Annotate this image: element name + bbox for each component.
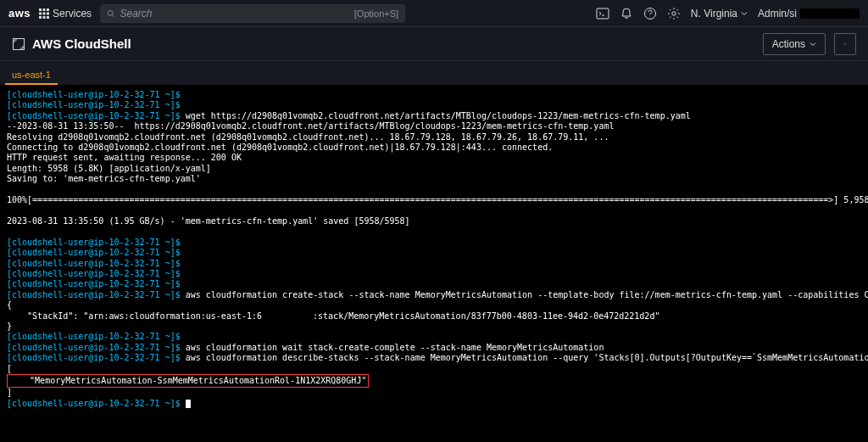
prompt: [cloudshell-user@ip-10-2-32-71 ~]$	[7, 353, 181, 362]
account-menu[interactable]: Admin/si	[758, 8, 860, 20]
svg-rect-3	[39, 12, 42, 14]
highlighted-output: "MemoryMetricsAutomation-SsmMemMetricsAu…	[7, 374, 369, 388]
svg-rect-6	[39, 16, 42, 19]
prompt: [cloudshell-user@ip-10-2-32-71 ~]$	[7, 100, 181, 109]
cmd-line: aws cloudformation describe-stacks --sta…	[181, 353, 868, 362]
svg-rect-8	[47, 16, 49, 19]
search-input[interactable]	[120, 8, 349, 20]
out-line: }	[7, 322, 12, 331]
services-label: Services	[53, 8, 92, 20]
svg-rect-5	[47, 12, 49, 14]
cmd-line	[181, 238, 186, 247]
shortcut-hint: [Option+S]	[354, 8, 398, 19]
cmd-line	[181, 279, 186, 288]
svg-rect-0	[39, 8, 42, 11]
svg-rect-11	[597, 8, 609, 19]
grid-icon	[39, 8, 49, 19]
prompt: [cloudshell-user@ip-10-2-32-71 ~]$	[7, 90, 181, 99]
chevron-down-icon	[810, 41, 816, 48]
prompt: [cloudshell-user@ip-10-2-32-71 ~]$	[7, 259, 181, 268]
tab-us-east-1[interactable]: us-east-1	[5, 65, 58, 85]
svg-point-15	[844, 43, 845, 44]
cmd-line	[181, 269, 186, 278]
region-label: N. Virginia	[691, 8, 737, 20]
out-line: "StackId": "arn:aws:cloudformation:us-ea…	[7, 311, 262, 321]
cmd-line	[181, 332, 186, 341]
prompt: [cloudshell-user@ip-10-2-32-71 ~]$	[7, 290, 181, 299]
search-box[interactable]: [Option+S]	[100, 4, 405, 23]
topnav-right: N. Virginia Admin/si	[596, 7, 860, 20]
expand-icon[interactable]	[12, 37, 25, 51]
out-line: Connecting to d2908q01vomqb2.cloudfront.…	[7, 143, 553, 152]
account-prefix: Admin/si	[758, 8, 797, 20]
prompt: [cloudshell-user@ip-10-2-32-71 ~]$	[7, 238, 181, 247]
prompt: [cloudshell-user@ip-10-2-32-71 ~]$	[7, 269, 181, 278]
cmd-line: wget https://d2908q01vomqb2.cloudfront.n…	[181, 111, 691, 120]
redacted-inline	[262, 311, 313, 322]
out-line: Saving to: 'mem-metrics-cfn-temp.yaml'	[7, 174, 201, 183]
out-line: ]	[7, 388, 12, 397]
svg-point-9	[108, 10, 113, 15]
out-line: :stack/MemoryMetricsAutomation/83f77b00-…	[313, 311, 659, 321]
header-actions: Actions	[763, 33, 856, 55]
svg-rect-7	[43, 16, 46, 19]
terminal-output[interactable]: [cloudshell-user@ip-10-2-32-71 ~]$ [clou…	[0, 85, 868, 442]
cmd-line: aws cloudformation create-stack --stack-…	[181, 290, 868, 299]
help-icon[interactable]	[643, 7, 657, 20]
gear-icon[interactable]	[667, 7, 681, 20]
global-nav: aws Services [Option+S] N. Virginia Admi…	[0, 0, 868, 27]
svg-rect-4	[43, 12, 46, 14]
prompt: [cloudshell-user@ip-10-2-32-71 ~]$	[7, 332, 181, 341]
search-icon	[107, 8, 114, 19]
out-line: --2023-08-31 13:35:50-- https://d2908q01…	[7, 121, 614, 131]
cloudshell-icon[interactable]	[596, 7, 609, 20]
gear-icon	[843, 38, 847, 50]
page-title: AWS CloudShell	[12, 36, 131, 51]
out-line: Length: 5958 (5.8K) [application/x-yaml]	[7, 164, 211, 173]
svg-rect-2	[47, 8, 49, 11]
out-line: Resolving d2908q01vomqb2.cloudfront.net …	[7, 132, 609, 142]
out-line: [	[7, 364, 12, 373]
cmd-line	[181, 259, 186, 268]
page-header: AWS CloudShell Actions	[0, 27, 868, 61]
cmd-line	[181, 248, 186, 257]
prompt: [cloudshell-user@ip-10-2-32-71 ~]$	[7, 279, 181, 288]
page-title-text: AWS CloudShell	[32, 36, 131, 51]
cmd-line	[181, 90, 186, 99]
cursor	[186, 400, 191, 408]
services-menu[interactable]: Services	[39, 8, 92, 20]
region-selector[interactable]: N. Virginia	[691, 8, 748, 20]
prompt: [cloudshell-user@ip-10-2-32-71 ~]$	[7, 248, 181, 257]
settings-button[interactable]	[834, 33, 856, 55]
out-line: 100%[===================================…	[7, 195, 868, 204]
prompt: [cloudshell-user@ip-10-2-32-71 ~]$	[7, 399, 181, 408]
chevron-down-icon	[741, 10, 748, 17]
svg-rect-1	[43, 8, 46, 11]
cmd-line: aws cloudformation wait stack-create-com…	[181, 343, 604, 352]
cmd-line	[181, 100, 186, 109]
prompt: [cloudshell-user@ip-10-2-32-71 ~]$	[7, 111, 181, 120]
svg-line-10	[113, 14, 114, 16]
prompt: [cloudshell-user@ip-10-2-32-71 ~]$	[7, 343, 181, 352]
account-redacted	[800, 8, 860, 19]
env-tabs: us-east-1	[0, 61, 868, 85]
actions-button[interactable]: Actions	[763, 33, 826, 55]
aws-logo[interactable]: aws	[8, 7, 31, 20]
svg-point-13	[672, 11, 676, 14]
actions-label: Actions	[772, 38, 805, 50]
out-line: 2023-08-31 13:35:50 (1.95 GB/s) - 'mem-m…	[7, 216, 410, 226]
out-line: HTTP request sent, awaiting response... …	[7, 153, 242, 162]
out-line: {	[7, 300, 12, 310]
bell-icon[interactable]	[620, 7, 633, 20]
